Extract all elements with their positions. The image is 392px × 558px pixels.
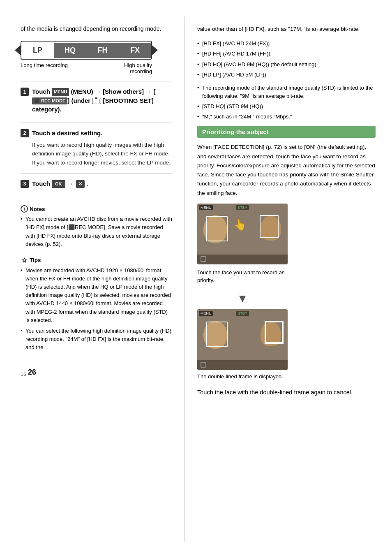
camera-icon [94,99,99,103]
tips-item-1: Movies are recorded with AVCHD 1920 × 10… [21,266,172,324]
section-title-text: Prioritizing the subject [202,128,269,135]
camera-image-2: MENU STBY [197,309,288,370]
step-3-title: Touch OK → ✕ . [32,179,88,188]
std-hq-item: [STD HQ] (STD 9M (HQ)) [197,102,376,111]
step-1-number: 1 [21,88,29,96]
tips-item-2: You can select the following high defini… [21,327,172,352]
arrow-left-icon [15,45,21,55]
step-2: 2 Touch a desired setting. If you want t… [21,123,172,173]
cam1-menu-label: MENU [199,205,213,210]
cam2-stby-label: STBY [236,311,249,316]
mbps-note: "M," such as in "24M," means "Mbps." [197,113,376,121]
rec-mode-diagram: LP HQ FH FX [21,41,172,60]
hd-hq-item: [HD HQ] (AVC HD 9M (HQ)) (the default se… [197,60,376,69]
step-1-title: Touch MENU (MENU) → [Show others] → [⬛ R… [32,87,172,113]
notes-label: Notes [30,206,45,212]
notes-list: You cannot create an AVCHD disc from a m… [21,215,172,248]
arrow-right-icon [152,45,158,55]
cam2-face-box-left [206,322,228,347]
x-button-icon: ✕ [76,180,85,188]
rec-mode-fh: FH [86,43,119,58]
tips-list: Movies are recorded with AVCHD 1920 × 10… [21,266,172,352]
step-2-header: 2 Touch a desired setting. [21,129,172,137]
label-high-quality: High qualityrecording [124,62,152,74]
camera-image-1: MENU STBY 👆 [197,204,288,264]
cam2-menu-label: MENU [199,311,213,316]
step-3: 3 Touch OK → ✕ . [21,173,172,197]
tips-icon: ☆ [21,257,28,264]
shooting-set-icon [92,98,101,104]
std-note-text: The recording mode of the standard image… [202,85,373,99]
down-arrow-icon: ▼ [237,292,248,305]
touch-label-1: Touch [32,88,50,95]
step-1: 1 Touch MENU (MENU) → [Show others] → [⬛… [21,81,172,123]
down-arrow-block: ▼ [197,292,288,305]
step-2-body: If you want to record high quality image… [32,141,172,167]
arrow-symbol: → [68,180,74,188]
std-note: The recording mode of the standard image… [197,84,376,100]
cam1-ground [197,255,288,264]
menu-button-icon: MENU [52,88,69,96]
left-column: of the media is changed depending on rec… [0,16,185,542]
rec-mode-inline-icon: ⬛ REC MODE [32,97,67,104]
cam2-face-box-double [265,321,284,344]
step-2-title: Touch a desired setting. [32,129,102,137]
cam1-face-box-left [206,216,228,241]
cam2-caption: The double-lined frame is displayed. [197,373,288,381]
rec-mode-fx: FX [119,43,151,58]
cam2-ground [197,360,288,370]
right-hd-bullets: [HD FX] (AVC HD 24M (FX)) [HD FH] (AVC H… [197,39,376,79]
tips-section: ☆ Tips Movies are recorded with AVCHD 19… [21,252,172,352]
right-intro-text: value other than of [HD FX], such as "17… [197,26,360,32]
cam1-caption: Touch the face you want to record as pri… [197,269,288,285]
notes-header: i Notes [21,205,172,213]
hd-fh-item: [HD FH] (AVC HD 17M (FH)) [197,50,376,58]
touch-cancel-text: Touch the face with the double-lined fra… [197,388,376,397]
us-label: US [21,372,26,377]
camera-top-icon [95,97,97,99]
intro-text: of the media is changed depending on rec… [21,25,172,33]
page-container: of the media is changed depending on rec… [0,0,392,558]
section-body: When [FACE DETECTION] (p. 72) is set to … [197,143,376,198]
rec-mode-lp: LP [21,43,54,58]
notes-section: i Notes You cannot create an AVCHD disc … [21,201,172,248]
rec-mode-labels: Long time recording High qualityrecordin… [21,62,152,74]
hd-lp-item: [HD LP] (AVC HD 5M (LP)) [197,71,376,79]
notes-item-1: You cannot create an AVCHD disc from a m… [21,215,172,248]
rec-mode-hq: HQ [54,43,86,58]
rec-mode-bar-wrapper: LP HQ FH FX [21,41,152,60]
notes-icon: i [21,205,28,213]
right-intro: value other than of [HD FX], such as "17… [197,25,376,34]
page-number: 26 [28,368,36,377]
mbps-note-text: "M," such as in "24M," means "Mbps." [202,113,292,120]
step-3-header: 3 Touch OK → ✕ . [21,179,172,188]
tips-header: ☆ Tips [21,257,172,264]
hd-fx-item: [HD FX] (AVC HD 24M (FX)) [197,39,376,48]
step-1-header: 1 Touch MENU (MENU) → [Show others] → [⬛… [21,87,172,113]
prioritizing-section-header: Prioritizing the subject [197,126,376,138]
step-2-number: 2 [21,129,29,137]
right-std-bullets: The recording mode of the standard image… [197,84,376,121]
right-column: value other than of [HD FX], such as "17… [185,16,392,542]
step-3-number: 3 [21,180,29,188]
cam1-stby-label: STBY [236,205,249,210]
tips-label: Tips [30,257,41,263]
label-long-time: Long time recording [21,62,68,74]
cam1-face-box-right [260,215,279,238]
touch-finger-icon: 👆 [233,218,247,231]
ok-button-icon: OK [52,180,65,188]
page-footer: US 26 [21,368,172,377]
rec-mode-bar: LP HQ FH FX [21,41,152,60]
